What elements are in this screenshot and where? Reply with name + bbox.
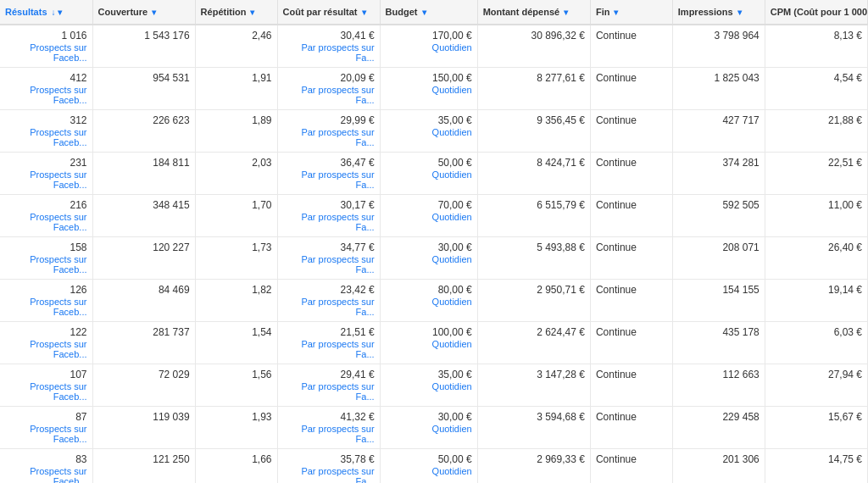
cell-cout-sub: Par prospects sur Fa... bbox=[283, 85, 375, 105]
table-row: 158 Prospects sur Faceb... 120 227 1,73 … bbox=[0, 237, 868, 280]
cell-results-sub[interactable]: Prospects sur Faceb... bbox=[5, 42, 87, 63]
table-row: 87 Prospects sur Faceb... 119 039 1,93 4… bbox=[0, 407, 868, 449]
cell-repetition: 1,56 bbox=[195, 364, 277, 407]
cell-results: 122 Prospects sur Faceb... bbox=[0, 322, 92, 364]
sort-icon-montant: ▾ bbox=[564, 8, 568, 17]
cell-cout: 29,99 € Par prospects sur Fa... bbox=[277, 110, 380, 153]
cell-impressions: 154 155 bbox=[672, 280, 765, 322]
cell-montant: 30 896,32 € bbox=[477, 25, 590, 68]
header-row: Résultats ↓ ▾ Couverture ▾ Répétition ▾ … bbox=[0, 0, 868, 25]
cell-montant: 5 493,88 € bbox=[477, 237, 590, 280]
cell-impressions: 592 505 bbox=[672, 195, 765, 237]
cell-results-sub[interactable]: Prospects sur Faceb... bbox=[5, 212, 87, 232]
cell-results-sub[interactable]: Prospects sur Faceb... bbox=[5, 381, 87, 402]
cell-couverture: 120 227 bbox=[92, 237, 195, 280]
cell-cpm: 21,88 € bbox=[765, 110, 867, 153]
cell-fin: Continue bbox=[590, 364, 672, 407]
cell-repetition: 1,93 bbox=[195, 407, 277, 449]
cell-montant: 2 950,71 € bbox=[477, 280, 590, 322]
cell-couverture: 84 469 bbox=[92, 280, 195, 322]
cell-cout-sub: Par prospects sur Fa... bbox=[283, 339, 375, 359]
col-header-results[interactable]: Résultats ↓ ▾ bbox=[0, 0, 92, 25]
cell-cout: 23,42 € Par prospects sur Fa... bbox=[277, 280, 380, 322]
col-header-budget[interactable]: Budget ▾ bbox=[380, 0, 477, 25]
table-row: 412 Prospects sur Faceb... 954 531 1,91 … bbox=[0, 68, 868, 110]
cell-results-sub[interactable]: Prospects sur Faceb... bbox=[5, 85, 87, 105]
cell-couverture: 184 811 bbox=[92, 153, 195, 195]
cell-results-sub[interactable]: Prospects sur Faceb... bbox=[5, 127, 87, 147]
cell-cout-sub: Par prospects sur Fa... bbox=[283, 254, 375, 275]
cell-budget-sub: Quotidien bbox=[386, 212, 472, 222]
cell-results-sub[interactable]: Prospects sur Faceb... bbox=[5, 466, 87, 483]
cell-budget: 50,00 € Quotidien bbox=[380, 449, 477, 484]
cell-budget-sub: Quotidien bbox=[386, 339, 472, 349]
cell-budget: 30,00 € Quotidien bbox=[380, 237, 477, 280]
cell-repetition: 1,73 bbox=[195, 237, 277, 280]
cell-cpm: 27,94 € bbox=[765, 364, 867, 407]
cell-results-sub[interactable]: Prospects sur Faceb... bbox=[5, 297, 87, 317]
cell-couverture: 119 039 bbox=[92, 407, 195, 449]
col-header-cpm[interactable]: CPM (Coût pour 1 000 impressions) ▾ bbox=[765, 0, 867, 25]
col-header-montant[interactable]: Montant dépensé ▾ bbox=[477, 0, 590, 25]
cell-cpm: 4,54 € bbox=[765, 68, 867, 110]
cell-results-sub[interactable]: Prospects sur Faceb... bbox=[5, 254, 87, 275]
sort-icon-repetition: ▾ bbox=[250, 8, 254, 17]
col-header-fin[interactable]: Fin ▾ bbox=[590, 0, 672, 25]
cell-montant: 9 356,45 € bbox=[477, 110, 590, 153]
cell-budget-sub: Quotidien bbox=[386, 254, 472, 264]
cell-couverture: 954 531 bbox=[92, 68, 195, 110]
cell-budget-sub: Quotidien bbox=[386, 466, 472, 476]
col-header-cout[interactable]: Coût par résultat ▾ bbox=[277, 0, 380, 25]
sort-icon-results: ↓ ▾ bbox=[52, 8, 63, 17]
cell-cpm: 19,14 € bbox=[765, 280, 867, 322]
table-row: 107 Prospects sur Faceb... 72 029 1,56 2… bbox=[0, 364, 868, 407]
cell-results: 1 016 Prospects sur Faceb... bbox=[0, 25, 92, 68]
cell-cout-sub: Par prospects sur Fa... bbox=[283, 169, 375, 190]
cell-results-sub[interactable]: Prospects sur Faceb... bbox=[5, 424, 87, 444]
cell-cpm: 22,51 € bbox=[765, 153, 867, 195]
cell-cout-sub: Par prospects sur Fa... bbox=[283, 424, 375, 444]
cell-couverture: 121 250 bbox=[92, 449, 195, 484]
cell-cpm: 26,40 € bbox=[765, 237, 867, 280]
sort-icon-fin: ▾ bbox=[614, 8, 618, 17]
cell-fin: Continue bbox=[590, 407, 672, 449]
cell-repetition: 1,66 bbox=[195, 449, 277, 484]
cell-results: 83 Prospects sur Faceb... bbox=[0, 449, 92, 484]
cell-cout: 34,77 € Par prospects sur Fa... bbox=[277, 237, 380, 280]
cell-cout: 35,78 € Par prospects sur Fa... bbox=[277, 449, 380, 484]
col-header-impressions[interactable]: Impressions ▾ bbox=[672, 0, 765, 25]
cell-couverture: 226 623 bbox=[92, 110, 195, 153]
cell-cout: 20,09 € Par prospects sur Fa... bbox=[277, 68, 380, 110]
cell-budget-sub: Quotidien bbox=[386, 127, 472, 137]
cell-budget: 35,00 € Quotidien bbox=[380, 110, 477, 153]
cell-repetition: 1,82 bbox=[195, 280, 277, 322]
table-row: 122 Prospects sur Faceb... 281 737 1,54 … bbox=[0, 322, 868, 364]
cell-cout: 21,51 € Par prospects sur Fa... bbox=[277, 322, 380, 364]
col-header-couverture[interactable]: Couverture ▾ bbox=[92, 0, 195, 25]
cell-cout: 30,41 € Par prospects sur Fa... bbox=[277, 25, 380, 68]
cell-cout-sub: Par prospects sur Fa... bbox=[283, 466, 375, 483]
cell-budget: 170,00 € Quotidien bbox=[380, 25, 477, 68]
cell-montant: 3 147,28 € bbox=[477, 364, 590, 407]
sort-icon-impressions: ▾ bbox=[737, 8, 742, 17]
cell-fin: Continue bbox=[590, 449, 672, 484]
cell-repetition: 1,70 bbox=[195, 195, 277, 237]
cell-couverture: 1 543 176 bbox=[92, 25, 195, 68]
table-row: 312 Prospects sur Faceb... 226 623 1,89 … bbox=[0, 110, 868, 153]
cell-results: 107 Prospects sur Faceb... bbox=[0, 364, 92, 407]
cell-montant: 2 969,33 € bbox=[477, 449, 590, 484]
cell-fin: Continue bbox=[590, 237, 672, 280]
table-row: 83 Prospects sur Faceb... 121 250 1,66 3… bbox=[0, 449, 868, 484]
cell-results-sub[interactable]: Prospects sur Faceb... bbox=[5, 339, 87, 359]
cell-repetition: 2,03 bbox=[195, 153, 277, 195]
cell-results: 412 Prospects sur Faceb... bbox=[0, 68, 92, 110]
table-container: Résultats ↓ ▾ Couverture ▾ Répétition ▾ … bbox=[0, 0, 868, 483]
cell-results-sub[interactable]: Prospects sur Faceb... bbox=[5, 169, 87, 190]
table-row: 1 016 Prospects sur Faceb... 1 543 176 2… bbox=[0, 25, 868, 68]
sort-icon-budget: ▾ bbox=[422, 8, 426, 17]
cell-budget: 70,00 € Quotidien bbox=[380, 195, 477, 237]
col-header-repetition[interactable]: Répétition ▾ bbox=[195, 0, 277, 25]
cell-budget: 50,00 € Quotidien bbox=[380, 153, 477, 195]
cell-cpm: 11,00 € bbox=[765, 195, 867, 237]
cell-budget-sub: Quotidien bbox=[386, 85, 472, 95]
